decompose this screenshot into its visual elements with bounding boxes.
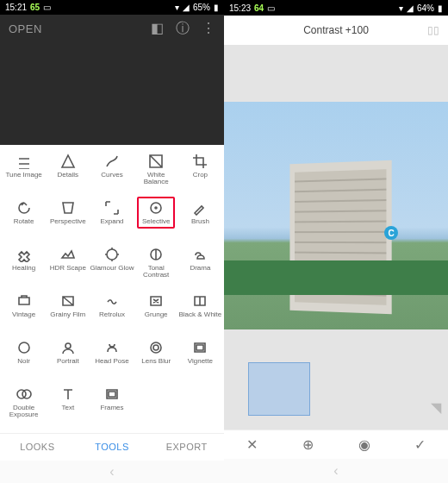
wifi-icon: ▾ xyxy=(399,3,403,13)
wifi-icon: ▾ xyxy=(175,3,179,12)
histogram-icon[interactable]: ▯▯ xyxy=(427,24,439,36)
tool-label: Vintage xyxy=(12,311,35,319)
tool-portrait[interactable]: Portrait xyxy=(46,340,90,381)
tool-label: Crop xyxy=(193,172,208,179)
tool-double-exposure[interactable]: Double Exposure xyxy=(2,386,46,428)
slider-thumb[interactable] xyxy=(248,362,310,416)
tool-label: Double Exposure xyxy=(2,405,46,420)
tool-text[interactable]: Text xyxy=(46,386,90,428)
vignette-icon xyxy=(192,340,208,355)
tool-expand[interactable]: Expand xyxy=(90,200,134,242)
tool-rotate[interactable]: Rotate xyxy=(2,200,46,242)
grunge-icon xyxy=(148,293,164,309)
back-icon[interactable]: ‹ xyxy=(333,463,338,479)
tool-tune-image[interactable]: Tune Image xyxy=(2,154,46,195)
tool-label: Retrolux xyxy=(99,311,125,319)
healing-icon xyxy=(16,247,32,262)
tool-hdr-scape[interactable]: HDR Scape xyxy=(46,247,90,288)
tool-noir[interactable]: Noir xyxy=(2,340,46,381)
tool-selective[interactable]: Selective xyxy=(134,200,178,242)
tool-vignette[interactable]: Vignette xyxy=(178,340,222,381)
close-icon[interactable]: ✕ xyxy=(235,436,270,453)
selective-icon xyxy=(148,200,164,216)
head-pose-icon xyxy=(104,340,120,355)
apply-icon[interactable]: ✓ xyxy=(403,436,438,453)
nav-bar: ‹ xyxy=(224,459,448,483)
status-time: 15:23 xyxy=(229,3,251,13)
battery-text: 64% xyxy=(417,3,434,13)
photo-canvas[interactable]: C ◥ xyxy=(224,45,448,430)
grainy-film-icon xyxy=(60,293,76,309)
tonal-contrast-icon xyxy=(148,247,164,262)
tool-label: Glamour Glow xyxy=(90,265,134,273)
status-bar: 15:21 65 ▭ ▾ ◢ 65% ▮ xyxy=(0,0,224,15)
tool-grunge[interactable]: Grunge xyxy=(134,293,178,335)
tab-tools[interactable]: TOOLS xyxy=(75,434,150,461)
tool-details[interactable]: Details xyxy=(46,154,90,195)
tool-label: Perspective xyxy=(50,218,86,226)
right-screenshot: 15:23 64 ▭ ▾ ◢ 64% ▮ Contrast +100 ▯▯ C xyxy=(224,0,448,483)
crop-icon xyxy=(192,154,208,169)
tool-glamour-glow[interactable]: Glamour Glow xyxy=(90,247,134,288)
status-extra: 65 xyxy=(30,3,40,12)
white-balance-icon xyxy=(148,154,164,169)
info-icon[interactable]: ⓘ xyxy=(176,20,190,38)
tool-curves[interactable]: Curves xyxy=(90,154,134,195)
tool-tonal-contrast[interactable]: Tonal Contrast xyxy=(134,247,178,288)
tool-perspective[interactable]: Perspective xyxy=(46,200,90,242)
overflow-icon[interactable]: ⋮ xyxy=(202,20,215,38)
notif-icon: ▭ xyxy=(267,3,275,13)
adjustment-label: Contrast +100 xyxy=(303,24,369,36)
tool-retrolux[interactable]: Retrolux xyxy=(90,293,134,335)
vintage-icon xyxy=(16,293,32,309)
add-point-icon[interactable]: ⊕ xyxy=(291,436,326,453)
glamour-glow-icon xyxy=(104,247,120,262)
tool-frames[interactable]: Frames xyxy=(90,386,134,428)
control-point[interactable]: C xyxy=(384,226,398,240)
battery-icon: ▮ xyxy=(214,3,219,12)
tool-label: Vignette xyxy=(188,358,213,366)
tool-white-balance[interactable]: White Balance xyxy=(134,154,178,195)
tool-label: Healing xyxy=(12,265,35,273)
tool-lens-blur[interactable]: Lens Blur xyxy=(134,340,178,381)
tool-healing[interactable]: Healing xyxy=(2,247,46,288)
tool-label: Noir xyxy=(17,358,30,366)
perspective-icon xyxy=(60,200,76,216)
tool-brush[interactable]: Brush xyxy=(178,200,222,242)
tab-export[interactable]: EXPORT xyxy=(149,434,224,461)
text-icon xyxy=(60,386,76,402)
details-icon xyxy=(60,154,76,169)
noir-icon xyxy=(16,340,32,355)
frames-icon xyxy=(104,386,120,402)
tool-drama[interactable]: Drama xyxy=(178,247,222,288)
tool-label: Curves xyxy=(101,172,122,179)
tool-label: Head Pose xyxy=(95,358,129,366)
nav-bar: ‹ xyxy=(0,461,224,483)
tab-looks[interactable]: LOOKS xyxy=(0,434,75,461)
signal-icon: ◢ xyxy=(183,3,190,12)
adjustment-header[interactable]: Contrast +100 ▯▯ xyxy=(224,16,448,45)
tool-label: Selective xyxy=(142,218,170,226)
image-canvas: OPEN ◧ ⓘ ⋮ xyxy=(0,15,224,145)
layers-icon[interactable]: ◧ xyxy=(151,20,164,38)
slider-area[interactable]: ◥ xyxy=(224,345,448,430)
rotate-icon xyxy=(16,200,32,216)
tool-label: Tune Image xyxy=(5,172,41,179)
tool-head-pose[interactable]: Head Pose xyxy=(90,340,134,381)
bookmark-icon[interactable]: ◥ xyxy=(431,399,441,416)
tool-label: Expand xyxy=(100,218,123,226)
preview-icon[interactable]: ◉ xyxy=(347,436,382,453)
status-extra: 64 xyxy=(254,3,264,13)
tool-crop[interactable]: Crop xyxy=(178,154,222,195)
tool-label: Brush xyxy=(191,218,209,226)
tool-vintage[interactable]: Vintage xyxy=(2,293,46,335)
edit-toolbar: ✕ ⊕ ◉ ✓ xyxy=(224,430,448,459)
tool-grainy-film[interactable]: Grainy Film xyxy=(46,293,90,335)
tool-black-white[interactable]: Black & White xyxy=(178,293,222,335)
tool-label: Frames xyxy=(100,405,123,412)
back-icon[interactable]: ‹ xyxy=(109,464,114,480)
open-button[interactable]: OPEN xyxy=(9,22,42,35)
tool-label: White Balance xyxy=(134,172,178,187)
black-white-icon xyxy=(192,293,208,309)
tools-panel: Tune ImageDetailsCurvesWhite BalanceCrop… xyxy=(0,145,224,433)
